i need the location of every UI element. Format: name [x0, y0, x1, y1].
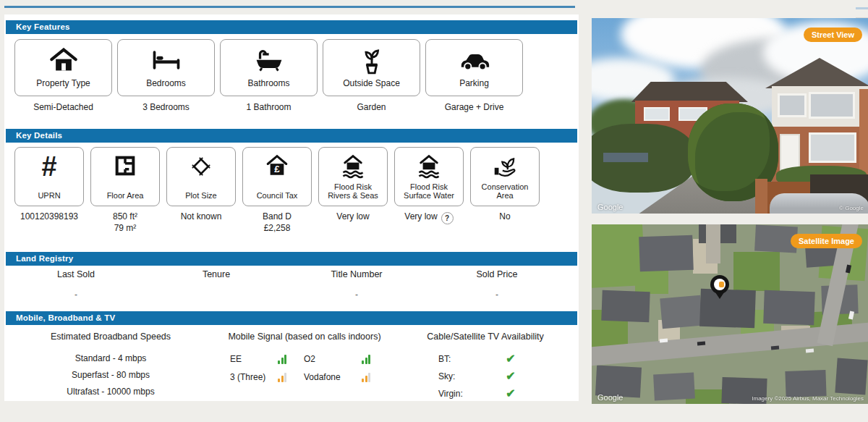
neighbor-house-edge	[859, 89, 868, 179]
tv-availability-column: Cable/Satellite TV Availability BT: ✔ Sk…	[402, 332, 569, 400]
satellite-image[interactable]: Satellite Image Google Imagery ©2025 Air…	[592, 224, 868, 404]
council-tax-icon: £	[265, 154, 289, 180]
street-view-badge: Street View	[804, 28, 862, 42]
card-label: Plot Size	[185, 191, 216, 201]
broadband-standard: Standard - 4 mbps	[13, 353, 208, 363]
outside-space-card[interactable]: Outside Space	[323, 39, 420, 96]
uprn-value: 100120398193	[14, 211, 84, 234]
tenure-value	[146, 290, 286, 300]
hash-icon: #	[41, 154, 56, 179]
google-watermark: Google	[597, 393, 623, 402]
card-label: Floor Area	[107, 191, 144, 201]
top-divider	[4, 6, 575, 8]
house-icon	[48, 48, 79, 75]
google-watermark: Google	[597, 203, 623, 211]
map-pin-tail	[715, 292, 724, 299]
car	[660, 339, 668, 343]
key-features-cards: Property Type Bedrooms Bathrooms Outside…	[14, 39, 523, 96]
flood-surface-value: Very low?	[394, 211, 464, 234]
edge-divider-blue	[856, 7, 868, 9]
tv-heading: Cable/Satellite TV Availability	[402, 332, 569, 342]
tv-row-bt: BT: ✔	[402, 352, 569, 366]
car	[848, 311, 854, 319]
check-icon: ✔	[489, 352, 532, 366]
left-house-window	[644, 107, 670, 121]
parking-value: Garage + Drive	[425, 102, 523, 112]
car	[806, 349, 814, 353]
conservation-icon	[492, 154, 518, 182]
flood-surface-icon	[416, 154, 442, 182]
road-spur	[706, 224, 720, 263]
roof	[653, 373, 695, 401]
target-roof	[699, 289, 756, 329]
card-label: UPRN	[38, 191, 60, 201]
provider-ee: EE	[230, 354, 278, 364]
bathrooms-card[interactable]: Bathrooms	[220, 39, 318, 96]
floor-area-value: 850 ft²79 m²	[90, 211, 160, 234]
card-label: Bedrooms	[146, 79, 186, 89]
property-type-card[interactable]: Property Type	[14, 39, 112, 96]
card-label: Parking	[459, 79, 489, 89]
bedrooms-value: 3 Bedrooms	[117, 102, 215, 112]
roof	[639, 235, 694, 272]
flood-risk-rivers-card[interactable]: Flood RiskRivers & Seas	[318, 147, 388, 206]
card-label: Council Tax	[257, 191, 298, 201]
land-registry-header: Land Registry	[6, 252, 577, 266]
floor-area-card[interactable]: Floor Area	[90, 147, 160, 206]
roof	[835, 358, 867, 395]
roof	[660, 295, 702, 329]
parking-card[interactable]: Parking	[425, 39, 523, 96]
tenure-label: Tenure	[146, 269, 286, 279]
title-number-value: -	[286, 290, 427, 300]
plot-size-value: Not known	[166, 211, 236, 234]
street-view-image[interactable]: Street View Google © Google	[592, 18, 868, 214]
car	[771, 346, 779, 350]
card-label: Conservation Area	[473, 182, 537, 201]
card-label: Flood RiskRivers & Seas	[328, 182, 378, 201]
street-sign	[603, 153, 648, 162]
mobile-signal-grid: EE O2 3 (Three) Vodafone	[230, 354, 395, 382]
lawn	[635, 268, 668, 294]
card-label: Flood RiskSurface Water	[404, 182, 454, 201]
mobile-signal-heading: Mobile Signal (based on calls indoors)	[214, 332, 395, 342]
title-number-label: Title Number	[286, 269, 427, 279]
bedrooms-card[interactable]: Bedrooms	[117, 39, 215, 96]
right-house-window	[809, 92, 855, 119]
copyright-text: © Google	[839, 205, 864, 211]
signal-bars-icon	[362, 373, 383, 382]
land-registry-values: - - -	[6, 290, 567, 300]
signal-bars-icon	[278, 373, 304, 382]
card-label: Bathrooms	[247, 79, 289, 89]
key-details-cards: # UPRN Floor Area Plot Size £ Council Ta…	[14, 147, 540, 206]
roof	[601, 290, 650, 322]
key-features-header: Key Features	[6, 20, 577, 34]
sold-price-label: Sold Price	[427, 269, 567, 279]
property-type-value: Semi-Detached	[14, 102, 112, 112]
plot-size-card[interactable]: Plot Size	[166, 147, 236, 206]
right-house-window	[778, 93, 807, 117]
help-icon[interactable]: ?	[441, 212, 454, 224]
card-label: Outside Space	[343, 79, 400, 89]
broadband-ultrafast: Ultrafast - 10000 mbps	[13, 387, 208, 397]
svg-text:£: £	[274, 164, 280, 174]
plot-size-icon	[189, 154, 213, 182]
lawn	[733, 252, 780, 291]
flood-rivers-value: Very low	[318, 211, 388, 234]
uprn-card[interactable]: # UPRN	[14, 147, 84, 206]
check-icon: ✔	[489, 387, 532, 400]
provider-three: 3 (Three)	[230, 372, 278, 382]
roof	[763, 290, 815, 325]
right-house-window	[809, 132, 856, 163]
connectivity-header: Mobile, Broadband & TV	[6, 311, 577, 325]
conservation-area-card[interactable]: Conservation Area	[470, 147, 540, 206]
flood-risk-surface-card[interactable]: Flood RiskSurface Water	[394, 147, 464, 206]
tv-row-sky: Sky: ✔	[402, 369, 569, 383]
mobile-signal-column: Mobile Signal (based on calls indoors) E…	[214, 332, 395, 382]
broadband-superfast: Superfast - 80 mbps	[13, 370, 208, 380]
provider-vodafone: Vodafone	[304, 372, 362, 382]
imagery-copyright-text: Imagery ©2025 Airbus, Maxar Technologies	[752, 395, 864, 402]
provider-o2: O2	[304, 354, 362, 364]
council-tax-card[interactable]: £ Council Tax	[242, 147, 312, 206]
tv-row-virgin: Virgin: ✔	[402, 387, 569, 400]
wall-pillar	[755, 179, 767, 214]
